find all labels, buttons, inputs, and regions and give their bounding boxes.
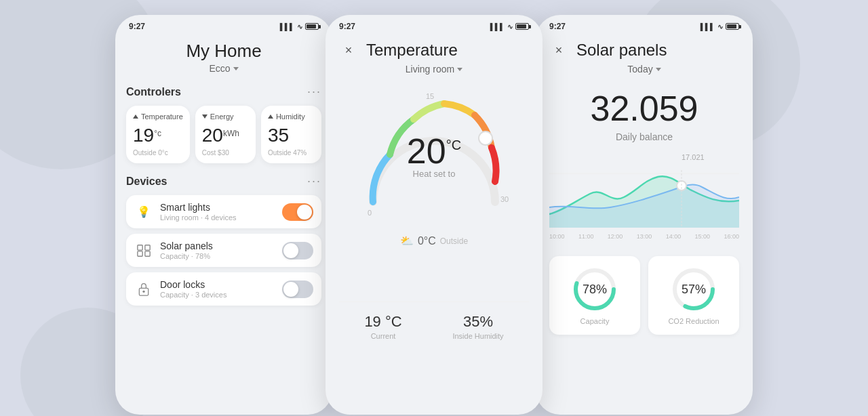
humidity-card: Humidity 35 Outside 47% [261,106,321,163]
svg-rect-1 [145,245,150,249]
solar-panels-info: Solar panels Capacity · 78% [160,241,275,260]
devices-title: Devices [126,175,167,188]
signal-icon-2: ▌▌▌ [490,23,505,30]
chevron-down-icon-3 [656,68,661,71]
arrow-down-icon [202,115,208,119]
time-3: 9:27 [549,22,566,31]
x-label-1: 11:00 [578,233,594,240]
capacity-value: 78% [583,283,607,297]
solar-value: 32.059 [549,88,739,129]
controllers-header: Controlers ··· [126,85,321,99]
current-temp-label: Current [364,332,401,340]
solar-modal-header: × Solar panels [549,34,739,64]
x-label-4: 14:00 [666,233,682,240]
smart-lights-sub: Living room · 4 devices [160,213,275,222]
smart-lights-info: Smart lights Living room · 4 devices [160,202,275,222]
door-locks-name: Door locks [160,279,275,290]
svg-point-5 [142,290,144,292]
close-button[interactable]: × [339,41,358,60]
wifi-icon-1: ∿ [297,23,302,30]
status-bar-3: 9:27 ▌▌▌ ∿ [536,15,753,34]
weather-icon: ⛅ [400,234,414,247]
arrow-up-icon [133,115,138,119]
humidity-sub: Outside 47% [268,149,315,157]
device-door-locks: Door locks Capacity · 3 devices [126,272,321,306]
door-locks-toggle[interactable] [282,280,313,298]
co2-label: CO2 Reduction [668,317,719,325]
co2-value: 57% [682,283,706,297]
wifi-icon-2: ∿ [507,23,513,30]
status-bar-2: 9:27 ▌▌▌ ∿ [326,15,542,34]
chart-x-labels: 10:00 11:00 12:00 13:00 14:00 15:00 16:0… [549,233,739,240]
solar-panels-icon [134,241,153,260]
capacity-label: Capacity [580,317,610,325]
humidity-value: 35 [268,125,315,146]
temperature-modal-header: × Temperature [339,34,529,64]
smart-lights-icon: 💡 [134,203,153,222]
status-bar-1: 9:27 ▌▌▌ ∿ [115,15,332,34]
svg-text:0: 0 [368,209,372,217]
humidity-value: 35% [452,313,503,331]
devices-menu[interactable]: ··· [307,174,321,188]
today-dropdown[interactable]: Today [549,64,739,75]
device-solar-panels: Solar panels Capacity · 78% [126,234,321,267]
door-locks-icon [134,280,153,299]
battery-icon-3 [726,23,739,30]
chart-svg [549,153,739,228]
smart-lights-toggle[interactable] [282,203,313,221]
solar-panels-name: Solar panels [160,241,275,251]
close-button-3[interactable]: × [549,41,568,60]
smart-lights-name: Smart lights [160,202,275,213]
status-icons-3: ▌▌▌ ∿ [701,23,739,30]
chevron-down-icon-2[interactable] [457,68,462,71]
svg-text:15: 15 [426,92,434,100]
temperature-modal-title: Temperature [366,41,458,60]
signal-icon-1: ▌▌▌ [280,23,294,30]
gauge-temp-display: 20 °C [407,131,461,171]
gauge-center: 20 °C Heat set to [407,131,461,179]
wifi-icon-3: ∿ [717,23,723,30]
toggle-knob-2 [283,243,298,258]
home-title: My Home [126,41,321,62]
energy-card: Energy 20 kWh Cost $30 [195,106,256,163]
energy-label: Energy [202,112,249,121]
svg-rect-0 [138,245,142,249]
humidity-stat: 35% Inside Humidity [452,313,503,340]
x-label-5: 15:00 [695,233,711,240]
x-label-2: 12:00 [608,233,623,240]
x-label-6: 16:00 [724,233,739,240]
controllers-menu[interactable]: ··· [307,85,321,99]
temperature-sub: Outside 0°c [133,149,183,157]
temp-stats: 19 °C Current 35% Inside Humidity [339,301,529,346]
solar-panels-sub: Capacity · 78% [160,252,275,260]
phone-2: 9:27 ▌▌▌ ∿ × Temperature Living room [326,15,542,415]
devices-header: Devices ··· [126,174,321,188]
solar-modal-title: Solar panels [576,41,667,60]
temperature-label: Temperature [133,112,183,121]
humidity-label: Inside Humidity [452,332,503,340]
status-icons-2: ▌▌▌ ∿ [490,23,529,30]
solar-panels-toggle[interactable] [282,242,313,259]
phone-3: 9:27 ▌▌▌ ∿ × Solar panels Today 32.059 D… [536,15,753,415]
door-locks-sub: Capacity · 3 devices [160,291,275,299]
outside-info: ⛅ 0°C Outside [339,234,529,247]
temperature-card: Temperature 19 °c Outside 0°c [126,106,190,163]
svg-text:30: 30 [500,195,509,203]
battery-icon-2 [515,23,529,30]
x-label-0: 10:00 [549,233,565,240]
phone-2-content: × Temperature Living room [326,34,542,346]
controllers-title: Controlers [126,86,181,98]
chevron-down-icon[interactable] [233,67,239,70]
gauge-handle[interactable] [479,131,492,145]
energy-value: 20 kWh [202,125,249,146]
toggle-knob-3 [283,282,298,297]
controllers-row: Temperature 19 °c Outside 0°c Energy [126,106,321,163]
phone-1-content: My Home Ecco Controlers ··· Temperature [115,41,332,306]
battery-icon-1 [305,23,319,30]
energy-sub: Cost $30 [202,149,249,157]
current-temp-stat: 19 °C Current [364,313,401,340]
time-2: 9:27 [339,22,355,31]
circle-stats: 78% Capacity 57% CO2 Reduction [549,256,739,335]
phone-3-content: × Solar panels Today 32.059 Daily balanc… [536,34,753,335]
device-smart-lights: 💡 Smart lights Living room · 4 devices [126,195,321,228]
